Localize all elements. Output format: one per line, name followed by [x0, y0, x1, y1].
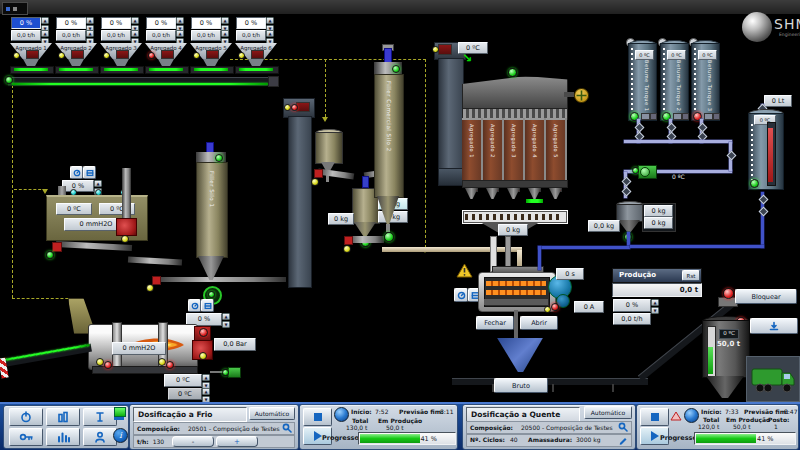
storage-silo-cone — [706, 376, 744, 398]
silo2-label: Filler Comercial Silo 2 — [385, 81, 391, 152]
feeder-belt — [194, 68, 228, 71]
cold-plus-button[interactable]: + — [216, 436, 258, 447]
production-spinner[interactable]: ▲▼ — [651, 299, 659, 310]
mixer-open-button[interactable]: Abrir — [520, 316, 558, 330]
hot-progress-value: 41 % — [757, 435, 774, 443]
spin-up-icon[interactable]: ▲ — [202, 374, 210, 381]
hot-search-button[interactable] — [618, 422, 628, 431]
logo-text: SHM — [774, 17, 800, 31]
spin-up-icon[interactable]: ▲ — [131, 30, 139, 37]
spin-up-icon[interactable]: ▲ — [651, 299, 659, 306]
mixer-mode-button-1[interactable] — [454, 288, 468, 302]
spin-up-icon[interactable]: ▲ — [41, 30, 49, 37]
feeder-belt — [104, 68, 138, 71]
hot-elevator-motor — [438, 44, 452, 55]
dryer-temp-spinner-2[interactable]: ▲▼ — [202, 388, 210, 398]
burner-mode-button-2[interactable] — [201, 299, 214, 312]
window-tab[interactable] — [2, 2, 28, 15]
production-reset-button[interactable]: Rst — [682, 270, 700, 281]
spin-up-icon[interactable]: ▲ — [176, 17, 184, 24]
spin-up-icon[interactable]: ▲ — [222, 313, 230, 320]
bin-label: Agregado 5 — [553, 124, 558, 182]
maintenance-button[interactable] — [83, 408, 117, 426]
dryer-temp-spinner[interactable]: ▲▼ — [202, 374, 210, 385]
feeder-led — [13, 52, 20, 59]
hot-cycles: 40 — [510, 437, 518, 443]
burner-mode-button-1[interactable] — [188, 299, 201, 312]
info-icon[interactable]: i — [113, 428, 128, 443]
mixer-led — [551, 303, 559, 311]
plant-view-button[interactable] — [46, 408, 80, 426]
spin-down-icon[interactable]: ▼ — [651, 307, 659, 314]
feeder-spinner[interactable]: ▲▼ — [176, 17, 184, 27]
cold-stop-button[interactable] — [303, 408, 332, 426]
feeder-rate: 0,0 t/h — [56, 30, 86, 41]
bitumen-kg-top: 0 kg — [644, 205, 673, 217]
feeder-setpoint[interactable]: 0 % — [146, 17, 176, 29]
feeder-rate-spinner[interactable]: ▲▼ — [176, 30, 184, 39]
screw-conveyor — [156, 277, 286, 282]
spin-up-icon[interactable]: ▲ — [86, 30, 94, 37]
spin-down-icon[interactable]: ▼ — [222, 321, 230, 328]
feeder-rate-spinner[interactable]: ▲▼ — [221, 30, 229, 39]
feeder-spinner[interactable]: ▲▼ — [41, 17, 49, 27]
feeder-rate-spinner[interactable]: ▲▼ — [86, 30, 94, 39]
hot-total: 120,0 t — [698, 424, 719, 430]
feeder-setpoint[interactable]: 0 % — [236, 17, 266, 29]
tank-temp: 0 ºC — [698, 50, 717, 60]
power-button[interactable] — [9, 408, 43, 426]
spin-up-icon[interactable]: ▲ — [86, 17, 94, 24]
burner-spinner[interactable]: ▲▼ — [222, 313, 230, 324]
hot-auto-button[interactable]: Automático — [584, 406, 632, 419]
bin-gate-cone — [465, 188, 478, 199]
exhaust-tube — [122, 168, 131, 218]
cold-auto-button[interactable]: Automático — [249, 407, 295, 420]
hot-stop-button[interactable] — [640, 408, 669, 426]
login-button[interactable] — [9, 428, 43, 446]
feeder-setpoint[interactable]: 0 % — [56, 17, 86, 29]
filter-mode-button-2[interactable] — [83, 166, 96, 179]
hot-edit-button[interactable] — [618, 435, 628, 445]
cold-title: Dosificação a Frio — [138, 411, 213, 419]
feeder-rate-spinner[interactable]: ▲▼ — [41, 30, 49, 39]
filter-setpoint-field[interactable]: 0 % — [62, 180, 94, 192]
spin-up-icon[interactable]: ▲ — [266, 17, 274, 24]
discharge-button[interactable]: Bruto — [494, 378, 548, 393]
spin-up-icon[interactable]: ▲ — [41, 17, 49, 24]
feeder-rate-spinner[interactable]: ▲▼ — [131, 30, 139, 39]
spin-up-icon[interactable]: ▲ — [202, 388, 210, 395]
tank-valve-box — [650, 113, 657, 120]
reports-button[interactable] — [46, 428, 80, 446]
feeder-rate-spinner[interactable]: ▲▼ — [266, 30, 274, 39]
screw-led — [343, 245, 351, 253]
feeder-spinner[interactable]: ▲▼ — [86, 17, 94, 27]
block-button[interactable]: Bloquear — [735, 289, 797, 304]
silo2-valve-stem — [386, 224, 390, 232]
silo-discharge-button[interactable] — [750, 318, 798, 334]
feeder-unit: 0 % ▲▼ 0,0 t/h ▲▼ Agregado 4 — [145, 16, 189, 76]
feeder-belt — [59, 68, 93, 71]
spin-up-icon[interactable]: ▲ — [94, 180, 102, 187]
hot-elevator-led — [432, 46, 439, 53]
spin-up-icon[interactable]: ▲ — [266, 30, 274, 37]
mixer-close-button[interactable]: Fechar — [476, 316, 514, 330]
hot-batch: 3000 kg — [576, 437, 600, 443]
filter-mode-button-1[interactable] — [70, 166, 83, 179]
feeder-led — [148, 52, 155, 59]
mixer-shaft — [486, 290, 546, 295]
cold-search-button[interactable] — [282, 423, 292, 432]
production-setpoint-field[interactable]: 0 % — [613, 299, 651, 312]
exhaust-fan-housing — [116, 218, 137, 236]
feeder-spinner[interactable]: ▲▼ — [266, 17, 274, 27]
cold-minus-button[interactable]: - — [172, 436, 214, 447]
feeder-setpoint[interactable]: 0 % — [191, 17, 221, 29]
spin-up-icon[interactable]: ▲ — [176, 30, 184, 37]
spin-up-icon[interactable]: ▲ — [221, 30, 229, 37]
user-settings-button[interactable] — [83, 428, 117, 446]
spin-up-icon[interactable]: ▲ — [131, 17, 139, 24]
spin-up-icon[interactable]: ▲ — [221, 17, 229, 24]
feeder-spinner[interactable]: ▲▼ — [221, 17, 229, 27]
feeder-spinner[interactable]: ▲▼ — [131, 17, 139, 27]
feeder-setpoint[interactable]: 0 % — [101, 17, 131, 29]
feeder-setpoint[interactable]: 0 % — [11, 17, 41, 29]
